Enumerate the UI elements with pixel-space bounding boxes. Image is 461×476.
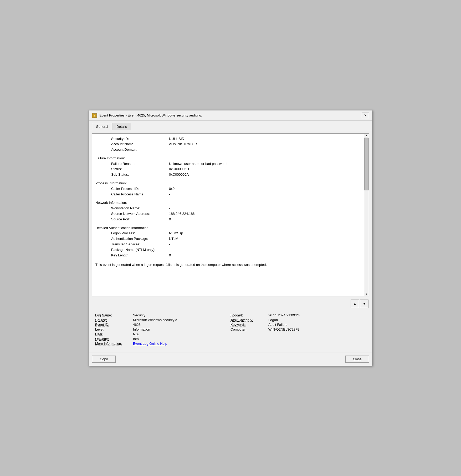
workstation-name-label: Workstation Name:: [111, 206, 169, 211]
meta-grid: Log Name: Security Source: Microsoft Win…: [95, 313, 366, 346]
scrollbar-track: [364, 138, 369, 292]
security-id-row: Security ID: NULL SID: [95, 136, 361, 142]
log-name-value: Security: [133, 313, 145, 317]
caller-process-name-row: Caller Process Name: -: [95, 192, 361, 197]
source-network-address-row: Source Network Address: 188.246.224.186: [95, 211, 361, 217]
task-category-row: Task Category: Logon: [230, 318, 366, 322]
logged-label: Logged:: [230, 313, 267, 317]
caller-process-id-value: 0x0: [169, 186, 175, 192]
package-name-value: -: [169, 247, 170, 253]
security-id-label: Security ID:: [111, 136, 169, 142]
status-value: 0xC000006D: [169, 166, 189, 172]
computer-row: Computer: WIN-Q2NEL3C28F2: [230, 327, 366, 331]
status-row: Status: 0xC000006D: [95, 166, 361, 172]
event-id-value: 4625: [133, 323, 141, 327]
close-button[interactable]: Close: [345, 356, 369, 363]
source-network-address-label: Source Network Address:: [111, 211, 169, 217]
event-log-online-help-link[interactable]: Event Log Online Help: [133, 342, 167, 346]
workstation-name-row: Workstation Name: -: [95, 206, 361, 211]
log-name-label: Log Name:: [95, 313, 132, 317]
event-id-row: Event ID: 4625: [95, 323, 230, 327]
title-bar-left: ! Event Properties - Event 4625, Microso…: [92, 113, 202, 118]
up-arrow-button[interactable]: ▲: [351, 300, 359, 308]
scrollbar[interactable]: ▲ ▼: [364, 134, 369, 296]
computer-label: Computer:: [230, 327, 267, 331]
sub-status-row: Sub Status: 0xC000006A: [95, 172, 361, 178]
scroll-up-btn[interactable]: ▲: [364, 134, 368, 138]
caller-process-name-label: Caller Process Name:: [111, 192, 169, 197]
key-length-value: 0: [169, 253, 171, 258]
account-name-row: Account Name: ADMINISTRATOR: [95, 141, 361, 147]
tabs-container: General Details: [89, 121, 372, 130]
user-label: User:: [95, 332, 132, 336]
logon-process-row: Logon Process: NtLmSsp: [95, 231, 361, 236]
copy-button[interactable]: Copy: [92, 356, 116, 363]
scroll-down-btn[interactable]: ▼: [364, 292, 368, 296]
user-row: User: N/A: [95, 332, 230, 336]
level-value: Information: [133, 327, 150, 331]
keywords-value: Audit Failure: [268, 323, 288, 327]
workstation-name-value: -: [169, 206, 170, 211]
sub-status-label: Sub Status:: [111, 172, 169, 178]
key-length-label: Key Length:: [111, 253, 169, 258]
source-label: Source:: [95, 318, 132, 322]
window-close-button[interactable]: ✕: [362, 113, 369, 118]
log-name-row: Log Name: Security: [95, 313, 230, 317]
more-info-label: More Information:: [95, 342, 132, 346]
level-label: Level:: [95, 327, 132, 331]
logged-row: Logged: 26.11.2024 21:09:24: [230, 313, 366, 317]
caller-process-id-row: Caller Process ID: 0x0: [95, 186, 361, 192]
detailed-auth-header: Detailed Authentication Information:: [95, 225, 361, 231]
event-id-label: Event ID:: [95, 323, 132, 327]
failure-reason-value: Unknown user name or bad password.: [169, 161, 228, 167]
svg-text:!: !: [94, 114, 95, 117]
content-area: Security ID: NULL SID Account Name: ADMI…: [89, 130, 372, 352]
meta-left: Log Name: Security Source: Microsoft Win…: [95, 313, 230, 346]
caller-process-id-label: Caller Process ID:: [111, 186, 169, 192]
side-nav-buttons: ▲ ▼: [92, 300, 369, 308]
source-port-value: 0: [169, 217, 171, 222]
opcode-value: Info: [133, 337, 139, 341]
source-network-address-value: 188.246.224.186: [169, 211, 195, 217]
logon-process-label: Logon Process:: [111, 231, 169, 236]
transited-services-label: Transited Services:: [111, 242, 169, 247]
transited-services-row: Transited Services: -: [95, 242, 361, 247]
account-domain-value: -: [169, 147, 170, 153]
status-label: Status:: [111, 166, 169, 172]
more-info-row: More Information: Event Log Online Help: [95, 342, 230, 346]
package-name-label: Package Name (NTLM only):: [111, 247, 169, 253]
tab-details[interactable]: Details: [112, 123, 131, 130]
auth-package-label: Authentication Package:: [111, 236, 169, 242]
process-info-header: Process Information:: [95, 181, 361, 186]
summary-text: This event is generated when a logon req…: [95, 262, 361, 268]
bottom-bar: Copy Close: [89, 352, 372, 366]
network-info-header: Network Information:: [95, 200, 361, 206]
tab-general[interactable]: General: [92, 123, 112, 130]
source-port-label: Source Port:: [111, 217, 169, 222]
logon-process-value: NtLmSsp: [169, 231, 183, 236]
meta-section: Log Name: Security Source: Microsoft Win…: [92, 311, 369, 349]
package-name-row: Package Name (NTLM only): -: [95, 247, 361, 253]
keywords-row: Keywords: Audit Failure: [230, 323, 366, 327]
meta-right: Logged: 26.11.2024 21:09:24 Task Categor…: [230, 313, 366, 346]
auth-package-value: NTLM: [169, 236, 178, 242]
event-text-box: Security ID: NULL SID Account Name: ADMI…: [92, 133, 369, 296]
account-name-label: Account Name:: [111, 141, 169, 147]
failure-reason-row: Failure Reason: Unknown user name or bad…: [95, 161, 361, 167]
event-text-content[interactable]: Security ID: NULL SID Account Name: ADMI…: [92, 134, 364, 296]
computer-value: WIN-Q2NEL3C28F2: [268, 327, 299, 331]
key-length-row: Key Length: 0: [95, 253, 361, 258]
security-id-value: NULL SID: [169, 136, 184, 142]
task-category-value: Logon: [268, 318, 278, 322]
task-category-label: Task Category:: [230, 318, 267, 322]
event-properties-window: ! Event Properties - Event 4625, Microso…: [89, 110, 372, 366]
window-title: Event Properties - Event 4625, Microsoft…: [99, 113, 202, 117]
transited-services-value: -: [169, 242, 170, 247]
failure-info-header: Failure Information:: [95, 156, 361, 161]
level-row: Level: Information: [95, 327, 230, 331]
logged-value: 26.11.2024 21:09:24: [268, 313, 300, 317]
source-row: Source: Microsoft Windows security a: [95, 318, 230, 322]
down-arrow-button[interactable]: ▼: [360, 300, 368, 308]
title-bar: ! Event Properties - Event 4625, Microso…: [89, 110, 372, 121]
account-domain-row: Account Domain: -: [95, 147, 361, 153]
